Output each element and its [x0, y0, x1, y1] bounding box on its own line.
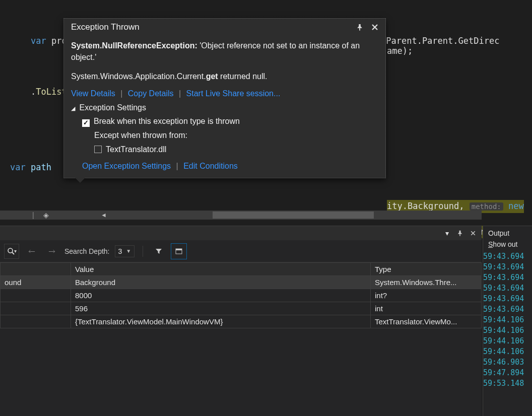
cell-value: 8000 — [71, 289, 371, 302]
locals-grid[interactable]: Value Type ound Background System.Window… — [0, 262, 482, 328]
except-from-label: Except when thrown from: — [94, 128, 378, 143]
expand-icon[interactable]: ◢ — [71, 105, 75, 112]
editor-scrollbar[interactable]: | ◈ ◄ — [0, 211, 482, 220]
output-show-label[interactable]: Show out — [483, 240, 532, 251]
exception-popup-title: Exception Thrown — [71, 22, 140, 32]
output-panel: Output Show out 59:43.694 59:43.694 59:4… — [483, 226, 532, 416]
table-row[interactable]: ound Background System.Windows.Thre... — [1, 276, 482, 289]
exception-detail: System.Windows.Application.Current.get r… — [71, 72, 378, 81]
cell-value: Background — [71, 276, 371, 289]
output-line: 59:44.106 — [483, 346, 532, 357]
output-line: 59:43.694 — [483, 283, 532, 294]
except-module-row[interactable]: TextTranslator.dll — [94, 143, 378, 157]
cell-name — [1, 302, 71, 315]
exception-message: System.NullReferenceException: 'Object r… — [71, 40, 378, 63]
output-line: 59:46.903 — [483, 357, 532, 368]
nav-forward-button[interactable]: 🡒 — [44, 244, 59, 259]
column-header-name[interactable] — [1, 263, 71, 276]
output-line: 59:43.694 — [483, 262, 532, 272]
tag-icon[interactable]: ◈ — [43, 211, 49, 219]
checkbox-checked-icon[interactable] — [82, 119, 90, 127]
output-line: 59:53.148 — [483, 378, 532, 389]
except-module-label: TextTranslator.dll — [106, 145, 166, 154]
popup-pointer-icon — [75, 178, 85, 183]
output-line: 59:47.894 — [483, 368, 532, 378]
output-line: 59:43.694 — [483, 294, 532, 304]
code-token: var — [31, 36, 46, 46]
live-share-link[interactable]: Start Live Share session... — [186, 89, 281, 98]
exception-popup-header: Exception Thrown — [64, 19, 385, 36]
search-depth-value: 3 — [118, 247, 122, 255]
copy-details-link[interactable]: Copy Details — [128, 89, 174, 98]
search-button[interactable]: ▾ — [4, 244, 19, 259]
cell-name — [1, 315, 71, 328]
toggle-view-icon[interactable] — [171, 244, 186, 259]
svg-point-0 — [8, 248, 13, 253]
checkbox-unchecked-icon[interactable] — [94, 146, 102, 153]
separator: | — [176, 162, 178, 170]
code-token: path — [26, 162, 56, 172]
code-token: ToList — [36, 87, 66, 97]
cell-type: int? — [371, 289, 482, 302]
panel-toolbar: ▾ 🡐 🡒 Search Depth: 3 ▼ — [0, 240, 482, 262]
output-line: 59:44.106 — [483, 325, 532, 336]
cell-name: ound — [1, 276, 71, 289]
scrollbar-thumb[interactable] — [213, 212, 374, 219]
nav-back-button[interactable]: 🡐 — [24, 244, 39, 259]
table-row[interactable]: {TextTranslator.ViewModel.MainWindowVM} … — [1, 315, 482, 328]
cell-name — [1, 289, 71, 302]
cell-value: 596 — [71, 302, 371, 315]
close-icon[interactable] — [469, 229, 478, 238]
divider: | — [32, 211, 34, 219]
separator: | — [179, 89, 181, 98]
output-title: Output — [483, 226, 532, 240]
output-line: 59:43.694 — [483, 304, 532, 315]
scroll-left-icon[interactable]: ◄ — [101, 212, 107, 219]
pin-icon[interactable] — [455, 229, 464, 238]
table-row[interactable]: 8000 int? — [1, 289, 482, 302]
output-lines[interactable]: 59:43.694 59:43.694 59:43.694 59:43.694 … — [483, 251, 532, 389]
edit-conditions-link[interactable]: Edit Conditions — [183, 162, 238, 170]
locals-panel: ▾ ▾ 🡐 🡒 Search Depth: 3 ▼ — [0, 226, 482, 416]
code-token: var — [10, 162, 26, 172]
column-header-type[interactable]: Type — [371, 263, 482, 276]
view-details-link[interactable]: View Details — [71, 89, 115, 98]
output-line: 59:44.106 — [483, 315, 532, 325]
divider — [143, 246, 143, 257]
chevron-down-icon: ▼ — [126, 248, 131, 254]
output-line: 59:43.694 — [483, 272, 532, 283]
close-icon[interactable] — [369, 22, 380, 33]
cell-type: TextTranslator.ViewMo... — [371, 315, 482, 328]
exception-settings-title: Exception Settings — [79, 103, 146, 112]
column-header-value[interactable]: Value — [71, 263, 371, 276]
search-depth-combo[interactable]: 3 ▼ — [115, 245, 135, 257]
cell-type: int — [371, 302, 482, 315]
output-line: 59:44.106 — [483, 336, 532, 346]
open-exception-settings-link[interactable]: Open Exception Settings — [82, 162, 171, 170]
search-depth-label: Search Depth: — [64, 247, 110, 255]
filter-icon[interactable] — [151, 244, 166, 259]
table-row[interactable]: 596 int — [1, 302, 482, 315]
separator: | — [120, 89, 122, 98]
window-menu-icon[interactable]: ▾ — [442, 229, 451, 238]
panel-titlebar: ▾ — [0, 226, 482, 240]
break-on-exception-label: Break when this exception type is thrown — [94, 117, 240, 125]
svg-rect-3 — [176, 249, 182, 250]
code-token: . — [10, 87, 36, 97]
cell-value: {TextTranslator.ViewModel.MainWindowVM} — [71, 315, 371, 328]
break-on-exception-row[interactable]: Break when this exception type is thrown — [82, 114, 378, 128]
exception-popup: Exception Thrown System.NullReferenceExc… — [63, 18, 386, 178]
output-line: 59:43.694 — [483, 251, 532, 262]
pin-icon[interactable] — [354, 22, 365, 33]
cell-type: System.Windows.Thre... — [371, 276, 482, 289]
